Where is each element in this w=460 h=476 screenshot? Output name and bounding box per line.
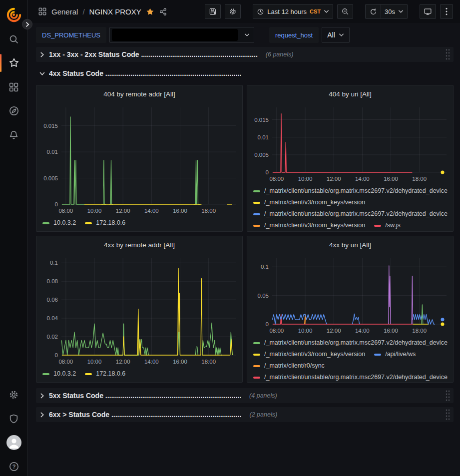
row-4xx[interactable]: 4xx Status Code ........................… (36, 67, 454, 80)
chart-canvas[interactable]: 08:0010:0012:0014:0016:0018:0000.0050.01… (41, 107, 237, 216)
save-dashboard-button[interactable] (205, 4, 221, 19)
sidebar-item-dashboards[interactable] (0, 76, 27, 98)
svg-text:12:00: 12:00 (327, 328, 341, 334)
svg-text:0.005: 0.005 (43, 175, 58, 181)
legend-item[interactable]: 10.0.3.2 (42, 370, 76, 378)
time-range-label: Last 12 hours (267, 8, 307, 15)
svg-text:0: 0 (266, 321, 269, 327)
compass-icon (8, 105, 19, 116)
legend-item[interactable]: /_matrix/client/r0/sync (253, 362, 325, 370)
row-6xx[interactable]: 6xx > Status Code ......................… (36, 407, 454, 422)
legend-item[interactable]: 172.18.0.6 (85, 370, 125, 378)
legend-item[interactable]: 172.18.0.6 (85, 219, 125, 227)
legend-item[interactable]: 10.0.3.2 (42, 219, 76, 227)
row-1xx-3xx-2xx[interactable]: 1xx - 3xx - 2xx Status Code ............… (36, 47, 454, 62)
chevron-down-icon (244, 33, 250, 37)
legend-label: /_matrix/client/v3/room_keys/version (264, 222, 365, 229)
row-panel-count: (2 panels) (250, 411, 278, 418)
legend-item[interactable]: /api/live/ws (374, 351, 416, 358)
dashboard-content: 1xx - 3xx - 2xx Status Code ............… (36, 47, 454, 422)
row-title: 5xx Status Code ........................… (49, 392, 241, 400)
refresh-button[interactable] (365, 4, 381, 19)
row-title: 4xx Status Code ........................… (49, 69, 241, 77)
legend-swatch (253, 377, 260, 379)
tv-kiosk-button[interactable] (420, 4, 436, 19)
chevron-down-icon (398, 9, 404, 13)
svg-text:12:00: 12:00 (116, 208, 130, 214)
breadcrumb-dashboard-title[interactable]: NGINX PROXY (89, 7, 141, 16)
bell-icon (8, 130, 19, 140)
legend-label: /_matrix/client/unstable/org.matrix.msc2… (264, 374, 448, 381)
chevron-down-icon (339, 33, 344, 37)
sidebar-item-search[interactable] (0, 28, 27, 50)
panel-title[interactable]: 404 by uri [All] (252, 89, 448, 99)
row-drag-handle[interactable] (445, 48, 451, 60)
panel-title[interactable]: 4xx by remote addr [All] (41, 240, 237, 250)
chevron-right-icon (38, 392, 46, 400)
svg-text:10:00: 10:00 (298, 328, 313, 334)
clock-icon (257, 8, 264, 15)
legend-item[interactable]: /_matrix/client/v3/room_keys/version (253, 222, 365, 229)
favorite-star-icon[interactable] (146, 7, 154, 16)
svg-text:18:00: 18:00 (412, 176, 427, 182)
sidebar-item-server-admin[interactable] (0, 408, 27, 430)
chart-canvas[interactable]: 08:0010:0012:0014:0016:0018:0000.050.1 (252, 258, 448, 336)
row-drag-handle[interactable] (445, 409, 451, 421)
chart-canvas[interactable]: 08:0010:0012:0014:0016:0018:0000.0050.01… (252, 107, 448, 184)
legend-swatch (253, 213, 260, 215)
svg-text:16:00: 16:00 (173, 359, 187, 365)
legend-item[interactable]: /sw.js (374, 222, 401, 229)
legend-swatch (253, 225, 260, 227)
legend-item[interactable]: /_matrix/client/v3/room_keys/version (253, 351, 365, 358)
datasource-select[interactable] (109, 27, 254, 43)
legend-item[interactable]: /_matrix/client/unstable/org.matrix.msc2… (253, 210, 448, 218)
svg-text:0.06: 0.06 (47, 297, 58, 303)
row-drag-handle[interactable] (445, 390, 451, 402)
sidebar-item-explore[interactable] (0, 100, 27, 122)
breadcrumb-section[interactable]: General (51, 7, 78, 16)
legend-label: /_matrix/client/r0/sync (264, 362, 325, 370)
panel-title[interactable]: 404 by remote addr [All] (41, 89, 237, 99)
refresh-interval-select[interactable]: 30s (381, 4, 408, 19)
svg-text:18:00: 18:00 (201, 208, 216, 214)
legend-label: /_matrix/client/v3/room_keys/version (264, 199, 365, 206)
search-icon (8, 34, 19, 44)
svg-text:0.01: 0.01 (258, 134, 269, 140)
breadcrumb: General / NGINX PROXY (28, 7, 167, 16)
sidebar-item-starred[interactable] (0, 52, 27, 74)
legend-item[interactable]: /_matrix/client/v3/room_keys/version (253, 199, 365, 206)
row-5xx[interactable]: 5xx Status Code ........................… (36, 388, 454, 403)
gear-icon (229, 7, 237, 15)
more-options-button[interactable] (440, 4, 453, 19)
legend-item[interactable]: /_matrix/client/unstable/org.matrix.msc2… (253, 339, 448, 347)
sidebar-item-profile[interactable] (0, 432, 27, 454)
sidebar-item-configuration[interactable] (0, 384, 27, 406)
request-host-select[interactable]: All (322, 27, 350, 43)
chevron-right-icon (38, 50, 46, 58)
active-indicator (0, 54, 1, 72)
zoom-out-time-button[interactable] (337, 4, 353, 19)
help-icon: ? (8, 461, 19, 472)
legend-item[interactable]: /_matrix/client/unstable/org.matrix.msc2… (253, 374, 448, 381)
request-host-variable-label: request_host (269, 27, 319, 43)
kebab-menu-icon (446, 7, 448, 15)
time-range-picker[interactable]: Last 12 hours CST (253, 4, 333, 19)
panel-title[interactable]: 4xx by uri [All] (252, 240, 448, 250)
sidebar-item-alerting[interactable] (0, 124, 27, 146)
chart-canvas[interactable]: 08:0010:0012:0014:0016:0018:0000.020.040… (41, 258, 237, 367)
panel-grid: 404 by remote addr [All] 08:0010:0012:00… (36, 85, 454, 383)
datasource-variable-label: DS_PROMETHEUS (36, 27, 106, 43)
svg-text:08:00: 08:00 (58, 208, 73, 214)
dashboard-settings-button[interactable] (225, 4, 241, 19)
svg-text:0.01: 0.01 (47, 149, 58, 155)
shield-icon (8, 414, 19, 424)
legend-swatch (253, 342, 260, 344)
legend-item[interactable]: /_matrix/client/unstable/org.matrix.msc2… (253, 187, 448, 195)
svg-text:08:00: 08:00 (269, 176, 284, 182)
legend-label: /_matrix/client/unstable/org.matrix.msc2… (264, 210, 448, 218)
sidebar-expand-button[interactable] (22, 19, 32, 29)
svg-text:10:00: 10:00 (87, 359, 102, 365)
share-icon[interactable] (159, 7, 167, 16)
sidebar-item-help[interactable]: ? (0, 456, 27, 476)
save-icon (209, 7, 217, 15)
